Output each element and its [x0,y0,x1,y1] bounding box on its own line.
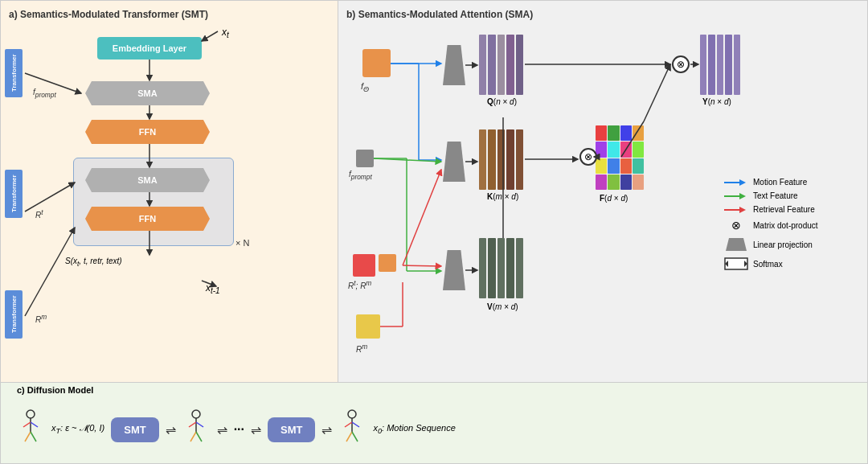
double-arrow-2: ⇌ [217,422,227,437]
dots: ··· [234,422,244,437]
panel-c-title: c) Diffusion Model [17,385,93,395]
svg-line-43 [25,432,31,441]
legend-matrix-dot-label: Matrix dot-product [753,221,818,230]
rm-small-box [379,254,396,272]
f-prompt-b-label: fprompt [349,170,372,181]
legend: Motion Feature Text Feature Retrieval Fe… [724,178,861,270]
svg-line-55 [346,432,352,441]
legend-motion: Motion Feature [724,178,861,187]
legend-retrieval: Retrieval Feature [724,205,861,214]
fprompt-label: fprompt [33,88,56,99]
rt-box [353,254,375,277]
svg-line-44 [31,432,36,441]
matrix-v [479,238,523,298]
stick-figure-right [338,409,366,450]
y-matrix [700,35,740,95]
sma-box-1: SMA [85,81,210,105]
svg-line-50 [196,432,202,441]
proj-q [443,45,465,85]
svg-line-47 [189,422,196,427]
legend-motion-label: Motion Feature [753,178,807,187]
double-arrow-3: ⇌ [251,422,261,437]
legend-matrix-dot: ⊗ Matrix dot-product [724,219,861,232]
f-matrix [596,125,644,190]
stick-figure-left [17,409,45,450]
svg-line-54 [352,422,359,427]
svg-line-8 [25,183,75,211]
ffn-box-1: FFN [85,120,210,144]
double-arrow-1: ⇌ [166,422,176,437]
q-label: Q(n × d) [487,97,517,106]
embedding-box: Embedding Layer [97,37,202,60]
f-prompt-box [356,150,374,167]
main-container: a) Semantics-Modulated Transformer (SMT)… [0,0,868,464]
svg-line-25 [403,170,441,265]
smt-block-1: SMT [111,417,158,442]
svg-rect-14 [725,258,747,269]
legend-text-label: Text Feature [753,191,798,200]
svg-point-51 [348,410,356,418]
svg-point-45 [192,410,200,418]
x0-label: x0: Motion Sequence [373,423,455,435]
panel-a: a) Semantics-Modulated Transformer (SMT)… [1,1,338,382]
svg-line-56 [352,432,358,441]
svg-line-21 [374,158,441,162]
v-label: V(m × d) [487,302,518,311]
rm-label: Rm [35,313,47,324]
k-label: K(m × d) [487,192,518,201]
matrix-q [479,35,523,95]
y-label: Y(n × d) [702,97,731,106]
panel-a-title: a) Semantics-Modulated Transformer (SMT) [9,9,330,20]
diffusion-formula: xT: ε ~ 𝒩(0, I) [51,423,104,435]
proj-v [443,250,465,290]
rm-b-label: Rm [356,343,367,354]
times-n: × N [235,238,249,248]
sma-box-2: SMA [85,168,210,192]
legend-retrieval-label: Retrieval Feature [753,205,815,214]
transformer-box-2: Transformer [5,170,23,218]
panel-c: c) Diffusion Model xT: ε ~ 𝒩(0, I) SMT ⇌ [1,383,867,463]
legend-linear-proj: Linear projection [724,236,861,253]
legend-linear-proj-label: Linear projection [753,240,813,249]
panel-b: b) Semantics-Modulated Attention (SMA) f… [338,1,867,382]
transformer-box-1: Transformer [5,49,23,97]
double-arrow-4: ⇌ [321,422,332,437]
smt-block-2: SMT [268,417,315,442]
svg-line-37 [644,64,670,121]
otimes-symbol-2: ⊗ [579,148,597,166]
transformer-box-3: Transformer [5,290,23,339]
rm-box [356,314,380,339]
svg-line-41 [23,422,31,427]
f-theta-label: fΘ [361,81,369,93]
svg-point-39 [27,410,35,418]
f-theta-box [362,49,391,77]
svg-line-42 [31,422,38,427]
rt-rm-label: Rt; Rm [348,279,371,290]
proj-k [443,142,465,182]
panel-b-title: b) Semantics-Modulated Attention (SMA) [346,9,859,20]
xt1-label: xt-1 [206,282,220,295]
otimes-icon: ⊗ [724,219,748,232]
svg-line-26 [403,265,441,266]
ffn-box-2: FFN [85,207,210,231]
rt-label: Rt [35,208,43,220]
top-row: a) Semantics-Modulated Transformer (SMT)… [1,1,867,383]
legend-text: Text Feature [724,191,861,200]
svg-marker-13 [726,238,747,251]
svg-line-48 [196,422,203,427]
svg-line-0 [202,31,218,41]
legend-softmax: Softmax [724,257,861,270]
s-formula: S(xt, t, retr, text) [65,257,122,268]
f-label: F(d × d) [600,194,628,203]
otimes-symbol-1: ⊗ [672,55,690,73]
svg-line-49 [190,432,196,441]
svg-line-9 [25,228,75,316]
svg-line-53 [345,422,352,427]
xt-label: xt [222,27,229,39]
stick-figure-mid1 [182,409,211,450]
legend-softmax-label: Softmax [753,260,783,269]
matrix-k [479,129,523,190]
